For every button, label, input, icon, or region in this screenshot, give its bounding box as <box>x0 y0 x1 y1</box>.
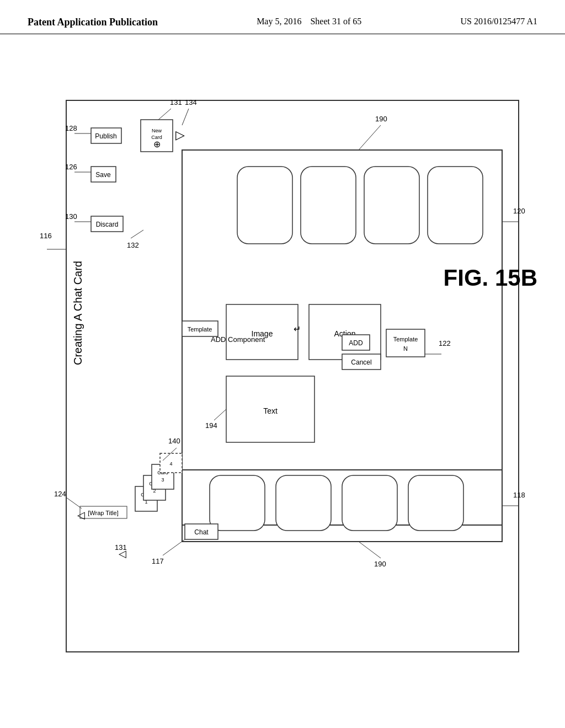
svg-text:Template: Template <box>188 326 212 333</box>
svg-text:Template: Template <box>393 336 418 342</box>
svg-text:120: 120 <box>513 207 525 215</box>
svg-line-79 <box>182 109 189 125</box>
svg-text:2: 2 <box>153 488 156 494</box>
svg-rect-7 <box>210 475 265 531</box>
svg-text:4: 4 <box>169 461 172 467</box>
svg-rect-19 <box>342 354 381 370</box>
svg-text:132: 132 <box>127 241 139 249</box>
svg-text:194: 194 <box>205 421 217 430</box>
svg-text:Text: Text <box>263 406 278 415</box>
svg-rect-11 <box>182 321 218 336</box>
svg-text:134: 134 <box>185 98 197 106</box>
svg-text:Card: Card <box>141 492 152 497</box>
svg-rect-3 <box>237 167 292 244</box>
svg-text:Creating A Chat Card: Creating A Chat Card <box>72 261 84 365</box>
svg-rect-0 <box>66 100 519 652</box>
svg-rect-6 <box>428 167 483 244</box>
svg-text:126: 126 <box>65 163 77 171</box>
svg-text:◁: ◁ <box>119 548 126 559</box>
svg-rect-10 <box>408 475 463 531</box>
svg-rect-26 <box>91 128 121 143</box>
svg-text:Card: Card <box>157 470 168 475</box>
svg-text:131: 131 <box>170 98 182 106</box>
page-header: Patent Application Publication May 5, 20… <box>0 0 565 34</box>
publication-title: Patent Application Publication <box>28 17 158 28</box>
publication-date-sheet: May 5, 2016 Sheet 31 of 65 <box>257 17 361 26</box>
svg-rect-17 <box>309 304 381 360</box>
svg-text:116: 116 <box>40 232 52 240</box>
svg-text:1: 1 <box>145 499 147 505</box>
svg-text:Card: Card <box>151 135 162 140</box>
svg-rect-50 <box>80 506 127 518</box>
svg-text:190: 190 <box>374 560 386 568</box>
svg-text:◁: ◁ <box>77 510 85 521</box>
svg-text:131: 131 <box>115 543 127 552</box>
svg-line-77 <box>131 230 143 238</box>
publication-number: US 2016/0125477 A1 <box>460 17 537 26</box>
svg-text:128: 128 <box>65 124 77 132</box>
svg-text:Image: Image <box>252 329 273 338</box>
svg-rect-32 <box>141 120 173 152</box>
svg-text:New: New <box>152 128 162 133</box>
svg-text:ADD Component: ADD Component <box>211 335 265 344</box>
svg-rect-4 <box>301 167 356 244</box>
svg-line-81 <box>163 448 177 461</box>
svg-rect-13 <box>226 376 315 442</box>
svg-text:Discard: Discard <box>96 221 119 228</box>
figure-label: FIG. 15B <box>444 265 537 291</box>
svg-rect-39 <box>135 486 157 511</box>
svg-text:124: 124 <box>54 490 66 498</box>
svg-text:Card: Card <box>149 481 160 486</box>
svg-rect-5 <box>364 167 419 244</box>
svg-rect-1 <box>182 150 502 525</box>
svg-line-87 <box>214 409 226 420</box>
svg-text:122: 122 <box>439 339 451 347</box>
svg-text:N: N <box>403 345 408 352</box>
svg-rect-48 <box>160 453 182 473</box>
svg-text:ADD: ADD <box>349 339 363 347</box>
diagram-lines: Template Text Image Action Cancel ADD Te… <box>0 34 565 713</box>
svg-text:⊕: ⊕ <box>153 140 161 149</box>
svg-rect-15 <box>226 304 298 360</box>
svg-text:Publish: Publish <box>95 132 116 140</box>
svg-text:▷: ▷ <box>175 128 185 142</box>
svg-rect-2 <box>182 470 502 542</box>
svg-text:140: 140 <box>168 437 180 445</box>
diagram-area: Template Text Image Action Cancel ADD Te… <box>0 34 565 713</box>
svg-text:↵: ↵ <box>294 324 301 334</box>
svg-text:Action: Action <box>334 329 356 338</box>
svg-rect-21 <box>342 335 370 350</box>
svg-line-85 <box>359 542 381 558</box>
svg-rect-8 <box>276 475 331 531</box>
svg-rect-23 <box>386 329 425 357</box>
svg-text:118: 118 <box>513 491 525 499</box>
svg-text:[Wrap Title]: [Wrap Title] <box>88 510 118 516</box>
svg-rect-9 <box>342 475 397 531</box>
svg-line-58 <box>163 539 185 555</box>
svg-text:190: 190 <box>375 115 387 123</box>
svg-text:117: 117 <box>152 557 164 565</box>
svg-rect-42 <box>143 475 166 500</box>
svg-text:130: 130 <box>65 212 77 221</box>
svg-text:Chat: Chat <box>194 528 209 536</box>
svg-rect-30 <box>91 216 123 232</box>
svg-line-66 <box>66 497 82 508</box>
svg-line-74 <box>158 109 171 120</box>
svg-rect-37 <box>185 524 218 539</box>
svg-rect-28 <box>91 167 116 182</box>
svg-text:3: 3 <box>161 477 164 483</box>
svg-text:Cancel: Cancel <box>351 358 371 366</box>
svg-text:Save: Save <box>95 171 111 179</box>
svg-rect-45 <box>152 464 174 489</box>
svg-line-83 <box>359 125 381 150</box>
